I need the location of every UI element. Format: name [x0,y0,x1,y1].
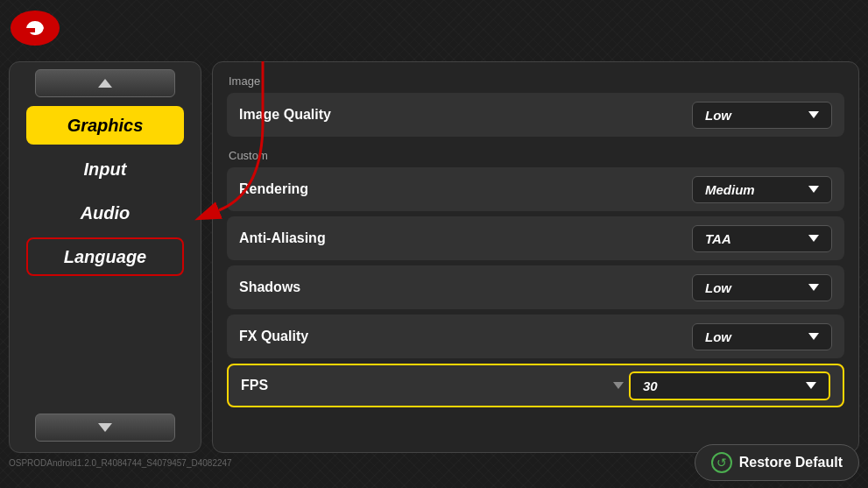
setting-name-image-quality: Image Quality [239,107,331,123]
image-quality-dropdown[interactable]: Low [692,102,832,129]
setting-row-anti-aliasing: Anti-Aliasing TAA [227,216,844,260]
sidebar-item-language[interactable]: Language [26,237,184,276]
shadows-dropdown[interactable]: Low [692,274,832,301]
fx-quality-value: Low [705,329,731,344]
setting-name-fps: FPS [241,378,268,393]
section-label-custom: Custom [227,149,844,162]
version-text: OSPRODAndroid1.2.0_R4084744_S4079457_D40… [9,458,232,468]
logo-icon [9,9,61,48]
right-panel: Image Image Quality Low Custom Rendering… [212,61,859,453]
setting-row-shadows: Shadows Low [227,265,844,309]
sidebar-graphics-label: Graphics [67,116,144,136]
anti-aliasing-arrow-icon [808,235,819,242]
restore-icon: ↺ [711,452,732,473]
setting-name-rendering: Rendering [239,181,308,197]
rendering-arrow-icon [808,186,819,193]
restore-label: Restore Default [739,455,843,470]
sidebar-item-graphics[interactable]: Graphics [26,106,184,145]
sidebar-item-input[interactable]: Input [26,150,184,188]
setting-name-anti-aliasing: Anti-Aliasing [239,230,326,246]
sidebar-input-label: Input [84,159,127,180]
setting-name-shadows: Shadows [239,279,300,295]
shadows-value: Low [705,280,731,295]
fx-quality-dropdown[interactable]: Low [692,323,832,350]
section-label-image: Image [227,74,844,88]
anti-aliasing-value: TAA [705,231,731,246]
bottom-bar: OSPRODAndroid1.2.0_R4084744_S4079457_D40… [9,444,859,481]
image-quality-arrow-icon [808,111,819,118]
main-layout: Graphics Input Audio Language Image Imag… [9,61,859,453]
setting-row-image-quality: Image Quality Low [227,93,844,137]
sidebar: Graphics Input Audio Language [9,61,201,453]
sidebar-scroll-up-button[interactable] [35,69,175,97]
sidebar-item-audio[interactable]: Audio [26,194,184,232]
rendering-value: Medium [705,182,755,197]
sidebar-audio-label: Audio [81,203,131,223]
logo-area [9,9,61,52]
down-arrow-icon [98,423,112,432]
sidebar-language-label: Language [64,247,146,267]
shadows-arrow-icon [808,284,819,291]
setting-row-fx-quality: FX Quality Low [227,315,844,358]
rendering-dropdown[interactable]: Medium [692,176,832,203]
fps-arrow-icon [806,382,816,389]
fx-quality-arrow-icon [808,333,819,340]
sidebar-scroll-down-button[interactable] [35,414,175,442]
setting-name-fx-quality: FX Quality [239,329,308,344]
setting-row-rendering: Rendering Medium [227,167,844,211]
anti-aliasing-dropdown[interactable]: TAA [692,225,832,252]
image-quality-value: Low [705,108,731,123]
fps-value: 30 [643,378,658,393]
restore-default-button[interactable]: ↺ Restore Default [695,444,859,481]
fps-sub-arrow-icon [613,382,624,389]
fps-dropdown[interactable]: 30 [629,371,830,400]
setting-row-fps: FPS 30 [227,364,844,407]
up-arrow-icon [98,79,112,88]
fps-controls: 30 [606,371,830,400]
